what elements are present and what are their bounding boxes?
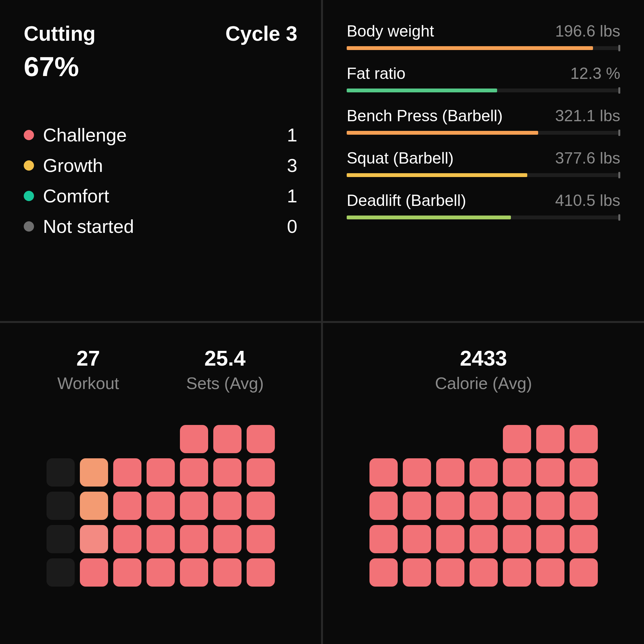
status-label: Challenge [43, 124, 127, 146]
metric-head: Fat ratio 12.3 % [347, 64, 620, 83]
metric-value: 377.6 lbs [555, 149, 620, 167]
metric-name: Squat (Barbell) [347, 149, 454, 167]
heatmap-cell [503, 558, 531, 587]
status-count: 3 [287, 155, 297, 176]
heatmap-cell [113, 425, 141, 453]
heatmap-cell [503, 458, 531, 487]
calorie-stats-row: 2433 Calorie (Avg) [347, 346, 620, 393]
metric-bar [347, 172, 620, 178]
heatmap-cell [570, 558, 598, 587]
heatmap-cell [536, 492, 564, 520]
metric-bar-end-icon [618, 130, 620, 136]
heatmap-cell [570, 458, 598, 487]
metric-head: Body weight 196.6 lbs [347, 22, 620, 40]
metric-row: Bench Press (Barbell) 321.1 lbs [347, 106, 620, 136]
heatmap-cell [369, 558, 398, 587]
metric-value: 12.3 % [570, 64, 620, 83]
metric-bar [347, 214, 620, 221]
heatmap-cell [470, 458, 498, 487]
heatmap-cell [436, 425, 464, 453]
heatmap-cell [180, 558, 208, 587]
heatmap-cell [213, 558, 241, 587]
heatmap-cell [503, 525, 531, 553]
stat-sets-value: 25.4 [204, 346, 245, 370]
heatmap-cell [113, 458, 141, 487]
heatmap-cell [369, 425, 398, 453]
heatmap-row [369, 458, 598, 487]
status-left: Challenge [24, 124, 127, 146]
metric-bar-fill [347, 89, 497, 92]
panel-cycle-summary: Cutting Cycle 3 67% Challenge 1 Growth 3… [0, 0, 321, 321]
metric-bar-end-icon [618, 45, 620, 51]
status-label: Not started [43, 216, 134, 237]
status-row: Growth 3 [24, 155, 297, 176]
heatmap-cell [536, 525, 564, 553]
heatmap-row [369, 425, 598, 453]
heatmap-cell [213, 425, 241, 453]
metric-name: Fat ratio [347, 64, 405, 83]
stat-calorie: 2433 Calorie (Avg) [435, 346, 532, 393]
status-label: Comfort [43, 185, 109, 207]
heatmap-cell [213, 525, 241, 553]
metric-name: Bench Press (Barbell) [347, 106, 503, 125]
metric-bar [347, 87, 620, 94]
metric-bar-end-icon [618, 172, 620, 178]
heatmap-cell [47, 458, 75, 487]
status-label: Growth [43, 155, 103, 176]
metric-bar-end-icon [618, 87, 620, 94]
metric-value: 196.6 lbs [555, 22, 620, 40]
metric-value: 410.5 lbs [555, 191, 620, 210]
cycle-number: Cycle 3 [225, 22, 297, 46]
heatmap-cell [369, 525, 398, 553]
heatmap-cell [80, 558, 108, 587]
metric-bar [347, 45, 620, 51]
heatmap-cell [503, 425, 531, 453]
heatmap-cell [436, 525, 464, 553]
metric-row: Fat ratio 12.3 % [347, 64, 620, 94]
heatmap-cell [403, 558, 431, 587]
heatmap-cell [180, 458, 208, 487]
metric-head: Deadlift (Barbell) 410.5 lbs [347, 191, 620, 210]
heatmap-cell [147, 425, 175, 453]
stat-sets-label: Sets (Avg) [186, 374, 264, 393]
workout-stats-row: 27 Workout 25.4 Sets (Avg) [24, 346, 297, 393]
metric-bar-end-icon [618, 214, 620, 221]
heatmap-row [47, 425, 275, 453]
metric-bar-fill [347, 46, 593, 50]
cycle-status-list: Challenge 1 Growth 3 Comfort 1 Not start… [24, 124, 297, 237]
heatmap-cell [570, 525, 598, 553]
status-count: 1 [287, 124, 297, 146]
metric-row: Squat (Barbell) 377.6 lbs [347, 149, 620, 178]
heatmap-cell [80, 492, 108, 520]
heatmap-cell [470, 492, 498, 520]
stat-sets: 25.4 Sets (Avg) [186, 346, 264, 393]
metrics-list: Body weight 196.6 lbs Fat ratio 12.3 % B… [347, 22, 620, 221]
heatmap-cell [247, 492, 275, 520]
heatmap-cell [403, 458, 431, 487]
stat-workout-value: 27 [76, 346, 100, 370]
heatmap-cell [47, 492, 75, 520]
stat-calorie-label: Calorie (Avg) [435, 374, 532, 393]
panel-workout-stats: 27 Workout 25.4 Sets (Avg) [0, 323, 321, 644]
heatmap-cell [47, 558, 75, 587]
workout-heatmap [24, 425, 297, 587]
heatmap-cell [536, 458, 564, 487]
metric-bar-fill [347, 216, 511, 219]
heatmap-cell [47, 525, 75, 553]
stat-workout-label: Workout [57, 374, 119, 393]
metric-bar [347, 130, 620, 136]
status-left: Comfort [24, 185, 109, 207]
heatmap-cell [570, 492, 598, 520]
status-dot-icon [24, 221, 34, 232]
heatmap-cell [369, 458, 398, 487]
heatmap-cell [147, 492, 175, 520]
stat-calorie-value: 2433 [460, 346, 507, 370]
heatmap-cell [570, 425, 598, 453]
heatmap-cell [113, 558, 141, 587]
metric-bar-fill [347, 173, 527, 177]
heatmap-cell [180, 425, 208, 453]
heatmap-cell [180, 492, 208, 520]
heatmap-cell [113, 525, 141, 553]
heatmap-cell [436, 492, 464, 520]
heatmap-cell [147, 558, 175, 587]
